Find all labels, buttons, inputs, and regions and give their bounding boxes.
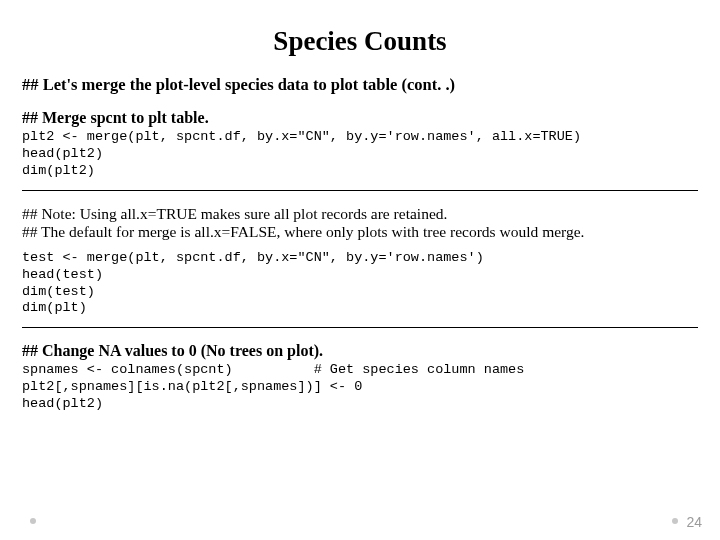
- page-number: 24: [686, 514, 702, 530]
- code-na: spnames <- colnames(spcnt) # Get species…: [22, 362, 698, 413]
- section-test-block: test <- merge(plt, spcnt.df, by.x="CN", …: [22, 250, 698, 329]
- code-test: test <- merge(plt, spcnt.df, by.x="CN", …: [22, 250, 698, 318]
- section-merge-head: ## Merge spcnt to plt table.: [22, 109, 698, 127]
- slide: Species Counts ## Let's merge the plot-l…: [0, 0, 720, 540]
- subtitle: ## Let's merge the plot-level species da…: [22, 75, 698, 95]
- section-na-head: ## Change NA values to 0 (No trees on pl…: [22, 342, 698, 360]
- note-line-1: ## Note: Using all.x=TRUE makes sure all…: [22, 205, 698, 224]
- decoration-dot-right: [672, 518, 678, 524]
- note-block: ## Note: Using all.x=TRUE makes sure all…: [22, 205, 698, 242]
- decoration-dot-left: [30, 518, 36, 524]
- code-merge: plt2 <- merge(plt, spcnt.df, by.x="CN", …: [22, 129, 698, 180]
- page-title: Species Counts: [22, 26, 698, 57]
- section-merge-block: ## Merge spcnt to plt table. plt2 <- mer…: [22, 109, 698, 191]
- note-line-2: ## The default for merge is all.x=FALSE,…: [22, 223, 698, 242]
